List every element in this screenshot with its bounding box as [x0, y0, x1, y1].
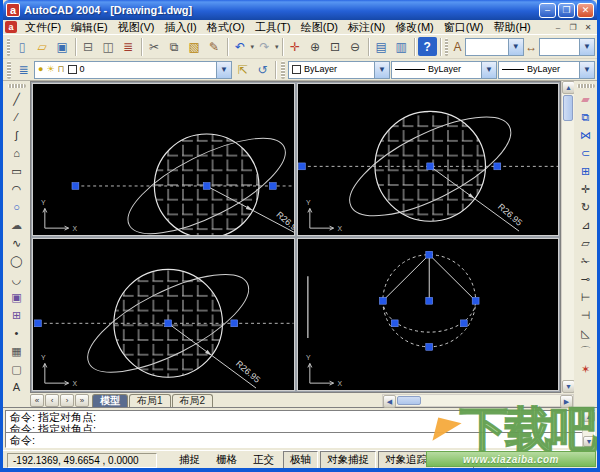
close-button[interactable]: ✕ — [577, 3, 594, 18]
scroll-down-icon[interactable]: ▼ — [583, 436, 595, 447]
arc-icon[interactable]: ◠ — [8, 180, 26, 198]
toggle-4[interactable]: 对象捕捉 — [320, 451, 376, 469]
undo-dropdown-icon[interactable]: ▾ — [251, 43, 255, 51]
tab-model[interactable]: 模型 — [92, 394, 128, 407]
menu-item-5[interactable]: 工具(T) — [250, 20, 296, 35]
grip[interactable] — [379, 297, 386, 304]
grip[interactable] — [426, 163, 433, 170]
menu-item-10[interactable]: 帮助(H) — [489, 20, 536, 35]
toggle-3[interactable]: 极轴 — [283, 451, 318, 469]
rotate-icon[interactable]: ↻ — [577, 198, 595, 216]
redo-icon[interactable]: ↷ — [255, 37, 274, 56]
ellipse-arc-icon[interactable]: ◡ — [8, 270, 26, 288]
text-style-combo[interactable]: ▼ — [465, 38, 524, 56]
command-input[interactable]: 命令: — [6, 433, 594, 447]
grip[interactable] — [425, 297, 432, 304]
menu-item-2[interactable]: 视图(V) — [113, 20, 160, 35]
extend-icon[interactable]: ⊸ — [577, 270, 595, 288]
redo-dropdown-icon[interactable]: ▾ — [275, 43, 279, 51]
line-icon[interactable]: ╱ — [8, 90, 26, 108]
insert-block-icon[interactable]: ▣ — [8, 288, 26, 306]
toolbar-grip[interactable] — [445, 38, 448, 56]
properties-icon[interactable]: ▤ — [372, 37, 391, 56]
chevron-down-icon[interactable]: ▼ — [216, 62, 231, 78]
toggle-1[interactable]: 栅格 — [209, 451, 244, 469]
region-icon[interactable]: ▢ — [8, 360, 26, 378]
construction-line-icon[interactable]: ⁄ — [8, 108, 26, 126]
make-object-layer-current-icon[interactable]: ⇱ — [233, 60, 252, 79]
grip[interactable] — [269, 183, 276, 190]
make-block-icon[interactable]: ⊞ — [8, 306, 26, 324]
layer-manager-icon[interactable]: ≣ — [14, 60, 33, 79]
copy-object-icon[interactable]: ⧉ — [577, 108, 595, 126]
horizontal-scrollbar[interactable]: ◀ ▶ — [382, 394, 574, 407]
offset-icon[interactable]: ⊂ — [577, 144, 595, 162]
horizontal-scroll-thumb[interactable] — [397, 396, 421, 405]
toolbar-grip[interactable] — [7, 61, 11, 79]
viewport-bottom-left[interactable]: R26.95XY — [32, 238, 295, 391]
toolbar-grip[interactable] — [577, 84, 595, 88]
scroll-left-icon[interactable]: ◀ — [383, 395, 396, 408]
undo-icon[interactable]: ↶ — [231, 37, 250, 56]
menu-item-0[interactable]: 文件(F) — [20, 20, 66, 35]
menu-item-8[interactable]: 修改(M) — [390, 20, 439, 35]
mdi-restore-button[interactable]: ❐ — [566, 21, 580, 33]
help-icon[interactable]: ? — [418, 37, 437, 56]
toggle-0[interactable]: 捕捉 — [172, 451, 207, 469]
open-icon[interactable]: ▱ — [33, 37, 52, 56]
vertical-scroll-thumb[interactable] — [563, 95, 573, 121]
copy-icon[interactable]: ⧉ — [165, 37, 184, 56]
menu-item-4[interactable]: 格式(O) — [202, 20, 250, 35]
tab-nav-first-icon[interactable]: « — [30, 394, 44, 407]
spline-icon[interactable]: ∿ — [8, 234, 26, 252]
layer-unlock-icon[interactable]: ⊓ — [58, 65, 65, 74]
mdi-close-button[interactable]: ✕ — [581, 21, 595, 33]
grip[interactable] — [72, 183, 79, 190]
mirror-icon[interactable]: ⋈ — [577, 126, 595, 144]
layer-previous-icon[interactable]: ↺ — [253, 60, 272, 79]
layer-on-bulb-icon[interactable]: ● — [38, 65, 43, 74]
grip[interactable] — [34, 320, 41, 327]
tab-nav-last-icon[interactable]: » — [75, 394, 89, 407]
minimize-button[interactable]: – — [539, 3, 556, 18]
viewport-top-left[interactable]: R26.95XY — [32, 83, 295, 236]
toolbar-grip[interactable] — [7, 38, 10, 56]
paste-icon[interactable]: ▧ — [185, 37, 204, 56]
menu-item-3[interactable]: 插入(I) — [159, 20, 201, 35]
layer-combo[interactable]: ● ☀ ⊓ 0 ▼ — [34, 61, 232, 79]
layer-thaw-sun-icon[interactable]: ☀ — [46, 65, 54, 74]
scale-icon[interactable]: ⊿ — [577, 216, 595, 234]
chamfer-icon[interactable]: ◺ — [577, 324, 595, 342]
fillet-icon[interactable]: ⌒ — [577, 342, 595, 360]
linetype-combo[interactable]: ByLayer ▼ — [391, 61, 497, 79]
polyline-icon[interactable]: ʃ — [8, 126, 26, 144]
dim-style-combo[interactable]: ▼ — [539, 38, 595, 56]
save-icon[interactable]: ▣ — [53, 37, 72, 56]
scroll-track[interactable] — [422, 395, 560, 406]
hatch-icon[interactable]: ▦ — [8, 342, 26, 360]
erase-icon[interactable]: ▰ — [577, 90, 595, 108]
zoom-realtime-icon[interactable]: ⊕ — [306, 37, 325, 56]
menu-item-6[interactable]: 绘图(D) — [296, 20, 343, 35]
plot-icon[interactable]: ⊟ — [79, 37, 98, 56]
toolbar-grip[interactable] — [281, 61, 285, 79]
command-box[interactable]: 命令: 指定对角点:命令: 指定对角点: ▲ ▼ 命令: — [5, 410, 595, 448]
chevron-down-icon[interactable]: ▼ — [579, 62, 594, 78]
array-icon[interactable]: ⊞ — [577, 162, 595, 180]
menu-item-7[interactable]: 标注(N) — [343, 20, 390, 35]
tab-layout1[interactable]: 布局1 — [129, 394, 171, 407]
new-icon[interactable]: ▯ — [13, 37, 32, 56]
layer-color-swatch[interactable] — [68, 65, 77, 74]
grip[interactable] — [472, 297, 479, 304]
grip[interactable] — [391, 320, 398, 327]
designcenter-icon[interactable]: ▥ — [392, 37, 411, 56]
toggle-2[interactable]: 正交 — [246, 451, 281, 469]
scroll-track[interactable] — [562, 122, 574, 380]
ellipse-icon[interactable]: ◯ — [8, 252, 26, 270]
break-at-point-icon[interactable]: ⊢ — [577, 288, 595, 306]
cut-icon[interactable]: ✂ — [145, 37, 164, 56]
polygon-icon[interactable]: ⌂ — [8, 144, 26, 162]
lineweight-combo[interactable]: ByLayer ▼ — [498, 61, 595, 79]
publish-icon[interactable]: ≣ — [119, 37, 138, 56]
toggle-7[interactable]: 模型 — [473, 451, 508, 469]
